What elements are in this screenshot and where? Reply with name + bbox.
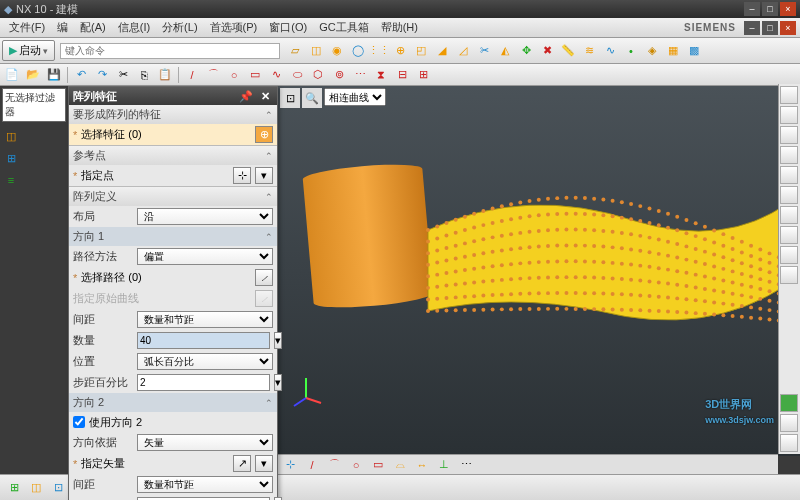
section-direction2[interactable]: 方向 2⌃ xyxy=(69,393,277,412)
tool-draft-icon[interactable]: ◭ xyxy=(495,41,515,61)
mirror-icon[interactable]: ⧗ xyxy=(371,65,391,85)
rp-btn-3[interactable] xyxy=(780,126,798,144)
bt-grid-icon[interactable]: / xyxy=(302,455,322,475)
view-zoom-icon[interactable]: 🔍 xyxy=(302,88,322,108)
sb-nav3-icon[interactable]: ⊡ xyxy=(48,478,68,498)
menu-window[interactable]: 窗口(O) xyxy=(264,18,312,37)
tool-more1-icon[interactable]: ▦ xyxy=(663,41,683,61)
undo-icon[interactable]: ↶ xyxy=(71,65,91,85)
bt-more-icon[interactable]: ⋯ xyxy=(456,455,476,475)
sb-nav-icon[interactable]: ⊞ xyxy=(4,478,24,498)
bt-dim-icon[interactable]: ↔ xyxy=(412,455,432,475)
path-method-select[interactable]: 偏置 xyxy=(137,248,273,265)
tool-edge-icon[interactable]: ◢ xyxy=(432,41,452,61)
tool-measure-icon[interactable]: 📏 xyxy=(558,41,578,61)
rp-btn-9[interactable] xyxy=(780,246,798,264)
bt-con-icon[interactable]: ⊥ xyxy=(434,455,454,475)
open-file-icon[interactable]: 📂 xyxy=(23,65,43,85)
polygon-icon[interactable]: ⬡ xyxy=(308,65,328,85)
vector-constructor-button[interactable]: ↗ xyxy=(233,455,251,472)
bt-snap-icon[interactable]: ⊹ xyxy=(280,455,300,475)
tool-hole-icon[interactable]: ◯ xyxy=(348,41,368,61)
new-file-icon[interactable]: 📄 xyxy=(2,65,22,85)
rp-btn-1[interactable] xyxy=(780,86,798,104)
graphics-viewport[interactable]: ⊡ 🔍 相连曲线 3D世界网 www.3dsjw.com xyxy=(278,86,800,456)
section-feature-to-pattern[interactable]: 要形成阵列的特征⌃ xyxy=(69,105,277,124)
copy-icon[interactable]: ⎘ xyxy=(134,65,154,85)
offset-icon[interactable]: ⊚ xyxy=(329,65,349,85)
view-fit-icon[interactable]: ⊡ xyxy=(280,88,300,108)
rp-btn-6[interactable] xyxy=(780,186,798,204)
rp-btn-zoom[interactable] xyxy=(780,394,798,412)
rp-btn-2[interactable] xyxy=(780,106,798,124)
tool-unite-icon[interactable]: ⊕ xyxy=(390,41,410,61)
paste-icon[interactable]: 📋 xyxy=(155,65,175,85)
minimize-button[interactable]: – xyxy=(744,2,760,16)
section-pattern-definition[interactable]: 阵列定义⌃ xyxy=(69,187,277,206)
rp-btn-7[interactable] xyxy=(780,206,798,224)
tool-more2-icon[interactable]: ▩ xyxy=(684,41,704,61)
rp-btn-4[interactable] xyxy=(780,146,798,164)
close-button[interactable]: × xyxy=(780,2,796,16)
section-ref-point[interactable]: 参考点⌃ xyxy=(69,146,277,165)
direction-by-select[interactable]: 矢量 xyxy=(137,434,273,451)
menu-preferences[interactable]: 首选项(P) xyxy=(205,18,263,37)
point-dropdown-button[interactable]: ▾ xyxy=(255,167,273,184)
line-icon[interactable]: / xyxy=(182,65,202,85)
layout-select[interactable]: 沿 xyxy=(137,208,273,225)
menu-help[interactable]: 帮助(H) xyxy=(376,18,423,37)
maximize-button[interactable]: □ xyxy=(762,2,778,16)
dialog-pin-icon[interactable]: 📌 xyxy=(236,90,256,103)
tool-datum-icon[interactable]: ◈ xyxy=(642,41,662,61)
dialog-close-icon[interactable]: ✕ xyxy=(258,90,273,103)
tool-sketch-icon[interactable]: ▱ xyxy=(285,41,305,61)
nav-assembly-icon[interactable]: ⊞ xyxy=(2,148,20,168)
menu-file[interactable]: 文件(F) xyxy=(4,18,50,37)
circle-icon[interactable]: ○ xyxy=(224,65,244,85)
select-path-button[interactable]: ⟋ xyxy=(255,269,273,286)
nav-history-icon[interactable]: ≡ xyxy=(2,170,20,190)
menu-analysis[interactable]: 分析(L) xyxy=(157,18,202,37)
bt-line-icon[interactable]: ⌒ xyxy=(324,455,344,475)
menu-assembly[interactable]: 配(A) xyxy=(75,18,111,37)
tool-surface-icon[interactable]: ≋ xyxy=(579,41,599,61)
bt-rect-icon[interactable]: ▭ xyxy=(368,455,388,475)
count-input[interactable] xyxy=(137,332,270,349)
menu-info[interactable]: 信息(I) xyxy=(113,18,155,37)
step-expr-button[interactable]: ▾ xyxy=(274,374,282,391)
rp-btn-10[interactable] xyxy=(780,266,798,284)
tool-move-icon[interactable]: ✥ xyxy=(516,41,536,61)
menu-edit[interactable]: 编 xyxy=(52,18,73,37)
spacing-select[interactable]: 数量和节距 xyxy=(137,311,273,328)
inner-maximize-button[interactable]: □ xyxy=(762,21,778,35)
rp-btn-11[interactable] xyxy=(780,414,798,432)
position-select[interactable]: 弧长百分比 xyxy=(137,353,273,370)
nav-part-icon[interactable]: ◫ xyxy=(2,126,20,146)
dialog-titlebar[interactable]: 阵列特征 📌 ✕ xyxy=(69,87,277,105)
save-icon[interactable]: 💾 xyxy=(44,65,64,85)
redo-icon[interactable]: ↷ xyxy=(92,65,112,85)
inner-close-button[interactable]: × xyxy=(780,21,796,35)
rp-btn-8[interactable] xyxy=(780,226,798,244)
trim2-icon[interactable]: ⊟ xyxy=(392,65,412,85)
rect-icon[interactable]: ▭ xyxy=(245,65,265,85)
count-expr-button[interactable]: ▾ xyxy=(274,332,282,349)
extend-icon[interactable]: ⊞ xyxy=(413,65,433,85)
tool-point-icon[interactable]: • xyxy=(621,41,641,61)
tool-revolve-icon[interactable]: ◉ xyxy=(327,41,347,61)
inner-minimize-button[interactable]: – xyxy=(744,21,760,35)
command-input[interactable] xyxy=(60,43,280,59)
ellipse-icon[interactable]: ⬭ xyxy=(287,65,307,85)
tool-shell-icon[interactable]: ◰ xyxy=(411,41,431,61)
tool-extrude-icon[interactable]: ◫ xyxy=(306,41,326,61)
section-direction1[interactable]: 方向 1⌃ xyxy=(69,227,277,246)
wcs-triad[interactable] xyxy=(286,368,326,408)
spacing2-select[interactable]: 数量和节距 xyxy=(137,476,273,493)
arc-icon[interactable]: ⌒ xyxy=(203,65,223,85)
select-feature-button[interactable]: ⊕ xyxy=(255,126,273,143)
step-input[interactable] xyxy=(137,374,270,391)
point-constructor-button[interactable]: ⊹ xyxy=(233,167,251,184)
bt-circle-icon[interactable]: ○ xyxy=(346,455,366,475)
use-direction2-checkbox[interactable] xyxy=(73,416,85,428)
spline-icon[interactable]: ∿ xyxy=(266,65,286,85)
